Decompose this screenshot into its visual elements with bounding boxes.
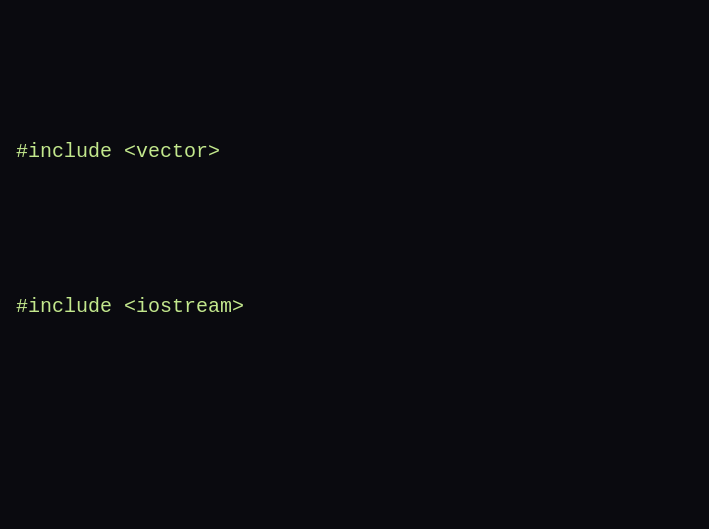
code-editor: #include <vector> #include <iostream> in… <box>0 0 709 529</box>
code-block: #include <vector> #include <iostream> in… <box>16 12 693 529</box>
include-keyword-1: include <box>28 140 112 163</box>
code-line-2: #include <iostream> <box>16 291 693 322</box>
hash-2: # <box>16 295 28 318</box>
code-line-3 <box>16 446 693 477</box>
hash-1: # <box>16 140 28 163</box>
include-keyword-2: include <box>28 295 112 318</box>
include-lib-2: <iostream> <box>112 295 244 318</box>
include-lib-1: <vector> <box>112 140 220 163</box>
code-line-1: #include <vector> <box>16 136 693 167</box>
